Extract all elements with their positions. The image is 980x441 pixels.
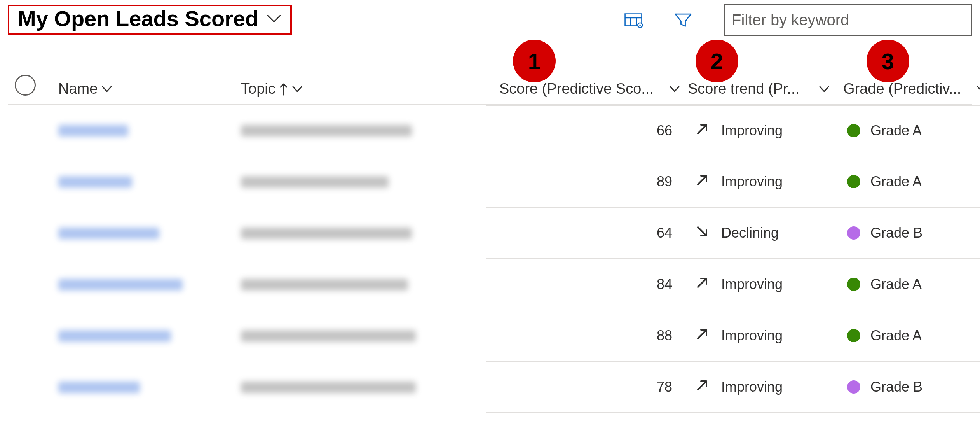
svg-point-5 <box>639 24 641 26</box>
grade-dot-icon <box>847 175 860 188</box>
trend-cell: Improving <box>688 105 843 156</box>
lead-name-cell[interactable] <box>58 125 241 136</box>
chevron-down-icon <box>101 86 112 93</box>
grid-header-area: 1 2 3 Name Topic Score (Predictive Sco..… <box>8 51 972 105</box>
table-row[interactable]: 64 Declining Grade B <box>8 208 972 259</box>
trend-cell: Improving <box>688 362 843 413</box>
grade-cell: Grade A <box>843 310 980 362</box>
score-cell: 66 <box>486 105 688 156</box>
trend-up-icon <box>696 327 709 344</box>
grid-header-row: Name Topic Score (Predictive Sco... Scor… <box>8 51 972 105</box>
trend-up-icon <box>696 122 709 139</box>
table-row[interactable]: 88 Improving Grade A <box>8 310 972 362</box>
lead-name-cell[interactable] <box>58 330 241 342</box>
trend-text: Improving <box>721 122 783 139</box>
top-controls <box>624 4 972 36</box>
trend-up-icon <box>696 173 709 190</box>
column-options-icon[interactable] <box>624 10 643 29</box>
trend-cell: Improving <box>688 156 843 208</box>
column-header-grade[interactable]: Grade (Predictiv... <box>843 80 980 97</box>
lead-topic-cell <box>241 176 486 188</box>
select-all-cell[interactable] <box>8 75 58 97</box>
grade-dot-icon <box>847 124 860 137</box>
trend-up-icon <box>696 276 709 293</box>
score-cell: 84 <box>486 259 688 310</box>
annotation-badge-2: 2 <box>696 40 738 82</box>
column-label: Score trend (Pr... <box>688 80 799 97</box>
grade-text: Grade B <box>870 379 922 395</box>
table-row[interactable]: 66 Improving Grade A <box>8 105 972 156</box>
chevron-down-icon <box>977 86 980 93</box>
column-label: Topic <box>241 80 276 97</box>
chevron-down-icon <box>819 86 830 93</box>
trend-text: Improving <box>721 379 783 395</box>
grade-cell: Grade B <box>843 362 980 413</box>
filter-icon[interactable] <box>674 10 692 29</box>
score-cell: 88 <box>486 310 688 362</box>
trend-down-icon <box>696 225 709 242</box>
trend-cell: Improving <box>688 310 843 362</box>
grade-dot-icon <box>847 329 860 342</box>
grade-cell: Grade A <box>843 259 980 310</box>
column-header-score[interactable]: Score (Predictive Sco... <box>486 80 688 97</box>
trend-cell: Declining <box>688 208 843 259</box>
grade-text: Grade A <box>870 173 922 190</box>
column-header-topic[interactable]: Topic <box>241 80 486 97</box>
grade-text: Grade A <box>870 276 922 292</box>
chevron-down-icon <box>292 86 303 93</box>
table-row[interactable]: 78 Improving Grade B <box>8 362 972 413</box>
grade-dot-icon <box>847 278 860 291</box>
top-bar: My Open Leads Scored <box>8 4 972 36</box>
lead-topic-cell <box>241 228 486 239</box>
annotation-badge-3: 3 <box>867 40 909 82</box>
score-cell: 89 <box>486 156 688 208</box>
grade-text: Grade A <box>870 327 922 344</box>
grade-text: Grade B <box>870 225 922 241</box>
trend-text: Improving <box>721 327 783 344</box>
grade-cell: Grade A <box>843 156 980 208</box>
lead-name-cell[interactable] <box>58 279 241 290</box>
trend-cell: Improving <box>688 259 843 310</box>
trend-text: Declining <box>721 225 779 241</box>
trend-text: Improving <box>721 173 783 190</box>
annotation-badge-1: 1 <box>513 40 556 82</box>
lead-topic-cell <box>241 279 486 290</box>
trend-text: Improving <box>721 276 783 292</box>
grade-dot-icon <box>847 226 860 240</box>
chevron-down-icon <box>266 14 282 23</box>
score-cell: 78 <box>486 362 688 413</box>
lead-topic-cell <box>241 330 486 342</box>
column-label: Name <box>58 80 98 97</box>
lead-name-cell[interactable] <box>58 176 241 188</box>
grid-body: 66 Improving Grade A 89 Improving Grade … <box>8 105 972 413</box>
column-label: Grade (Predictiv... <box>843 80 961 97</box>
lead-name-cell[interactable] <box>58 228 241 239</box>
lead-topic-cell <box>241 125 486 136</box>
filter-input[interactable] <box>724 4 972 36</box>
table-row[interactable]: 84 Improving Grade A <box>8 259 972 310</box>
lead-name-cell[interactable] <box>58 382 241 393</box>
trend-up-icon <box>696 379 709 396</box>
table-row[interactable]: 89 Improving Grade A <box>8 156 972 208</box>
grade-dot-icon <box>847 380 860 394</box>
grade-cell: Grade A <box>843 105 980 156</box>
sort-ascending-icon <box>279 82 288 96</box>
view-selector[interactable]: My Open Leads Scored <box>8 5 292 35</box>
score-cell: 64 <box>486 208 688 259</box>
chevron-down-icon <box>669 86 680 93</box>
grade-cell: Grade B <box>843 208 980 259</box>
select-all-checkbox[interactable] <box>15 75 36 96</box>
column-label: Score (Predictive Sco... <box>499 80 654 97</box>
lead-topic-cell <box>241 382 486 393</box>
grade-text: Grade A <box>870 122 922 139</box>
column-header-trend[interactable]: Score trend (Pr... <box>688 80 843 97</box>
view-title: My Open Leads Scored <box>18 8 258 30</box>
column-header-name[interactable]: Name <box>58 80 241 97</box>
